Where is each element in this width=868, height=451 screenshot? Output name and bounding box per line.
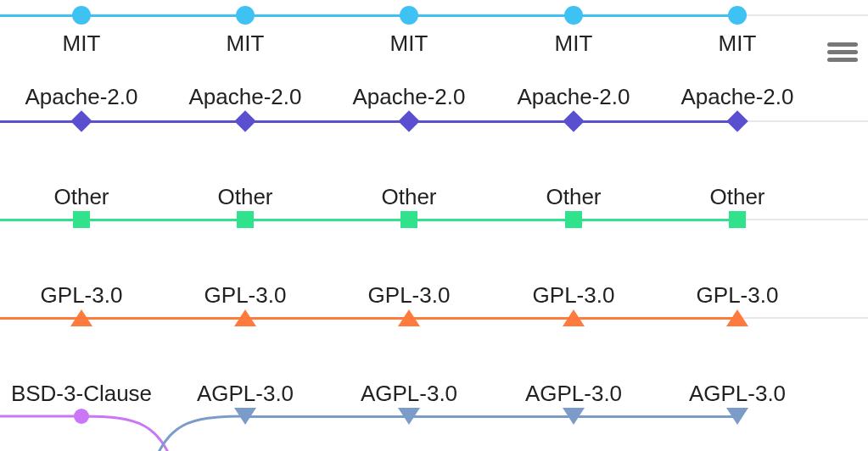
data-point[interactable] bbox=[400, 211, 417, 228]
point-label: MIT bbox=[390, 31, 428, 57]
data-point[interactable] bbox=[729, 211, 746, 228]
point-label: AGPL-3.0 bbox=[525, 381, 622, 407]
gridline bbox=[737, 14, 868, 16]
point-label: Other bbox=[217, 184, 272, 210]
series-line bbox=[0, 219, 737, 221]
data-point[interactable] bbox=[72, 6, 91, 25]
data-point[interactable] bbox=[728, 6, 747, 25]
point-label: Other bbox=[381, 184, 436, 210]
data-point[interactable] bbox=[234, 408, 256, 425]
point-label: Other bbox=[709, 184, 764, 210]
point-label: Apache-2.0 bbox=[681, 84, 794, 110]
data-point[interactable] bbox=[563, 309, 585, 326]
point-label: MIT bbox=[719, 31, 757, 57]
data-point[interactable] bbox=[398, 110, 419, 131]
data-point[interactable] bbox=[564, 6, 583, 25]
data-point[interactable] bbox=[234, 110, 255, 131]
point-label: MIT bbox=[63, 31, 101, 57]
license-rank-chart: MITMITMITMITMITApache-2.0Apache-2.0Apach… bbox=[0, 0, 868, 451]
data-point[interactable] bbox=[726, 110, 748, 131]
data-point[interactable] bbox=[74, 409, 89, 424]
point-label: Apache-2.0 bbox=[25, 84, 138, 110]
data-point[interactable] bbox=[398, 408, 420, 425]
series-line bbox=[152, 416, 245, 451]
series-line bbox=[0, 14, 737, 17]
point-label: Apache-2.0 bbox=[189, 84, 302, 110]
data-point[interactable] bbox=[726, 408, 748, 425]
series-line bbox=[0, 120, 737, 123]
point-label: AGPL-3.0 bbox=[197, 381, 294, 407]
point-label: GPL-3.0 bbox=[533, 282, 615, 309]
data-point[interactable] bbox=[563, 110, 584, 131]
point-label: MIT bbox=[555, 31, 593, 57]
point-label: Apache-2.0 bbox=[518, 84, 630, 110]
hamburger-menu-icon[interactable] bbox=[827, 39, 858, 65]
point-label: GPL-3.0 bbox=[41, 282, 123, 309]
data-point[interactable] bbox=[234, 309, 256, 326]
data-point[interactable] bbox=[70, 309, 92, 326]
point-label: Other bbox=[546, 184, 601, 210]
series-line bbox=[245, 415, 737, 418]
point-label: AGPL-3.0 bbox=[361, 381, 457, 407]
data-point[interactable] bbox=[236, 6, 255, 25]
point-label: AGPL-3.0 bbox=[689, 381, 786, 407]
series-line bbox=[0, 317, 737, 320]
gridline bbox=[737, 317, 868, 319]
series-line bbox=[0, 416, 175, 451]
data-point[interactable] bbox=[73, 211, 90, 228]
data-point[interactable] bbox=[237, 211, 254, 228]
data-point[interactable] bbox=[726, 309, 748, 326]
point-label: Apache-2.0 bbox=[353, 84, 466, 110]
gridline bbox=[737, 219, 868, 220]
point-label: GPL-3.0 bbox=[368, 282, 451, 309]
data-point[interactable] bbox=[400, 6, 418, 25]
point-label: GPL-3.0 bbox=[204, 282, 287, 309]
point-label: MIT bbox=[227, 31, 265, 57]
gridline bbox=[737, 120, 868, 122]
point-label: BSD-3-Clause bbox=[11, 381, 152, 407]
data-point[interactable] bbox=[398, 309, 420, 326]
point-label: GPL-3.0 bbox=[697, 282, 779, 309]
point-label: Other bbox=[53, 184, 109, 210]
data-point[interactable] bbox=[563, 408, 585, 425]
data-point[interactable] bbox=[70, 110, 92, 131]
data-point[interactable] bbox=[565, 211, 582, 228]
